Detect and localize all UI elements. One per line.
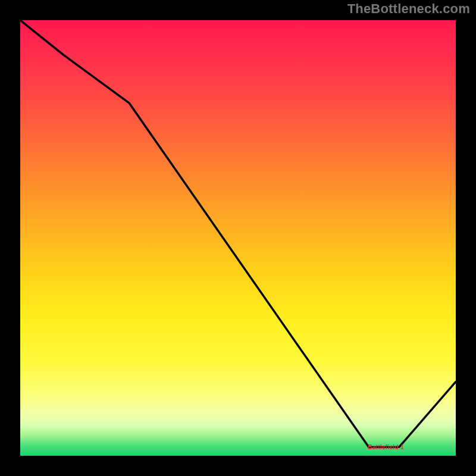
bottleneck-curve [20,20,456,456]
annotation-battlefield-1: Battlefield 1 [368,444,404,450]
watermark-text: TheBottleneck.com [347,1,470,17]
chart-container: TheBottleneck.com Battlefield 1 [0,0,476,476]
plot-area: Battlefield 1 [18,18,458,458]
